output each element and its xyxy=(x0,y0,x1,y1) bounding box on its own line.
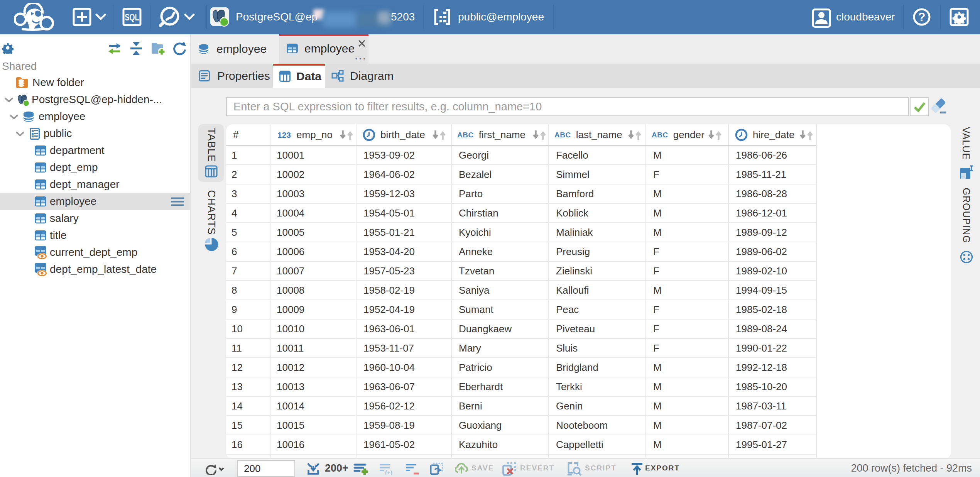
svg-text:SQL: SQL xyxy=(125,12,139,22)
svg-text:?: ? xyxy=(918,10,926,24)
svg-text:(+): (+) xyxy=(385,469,392,475)
